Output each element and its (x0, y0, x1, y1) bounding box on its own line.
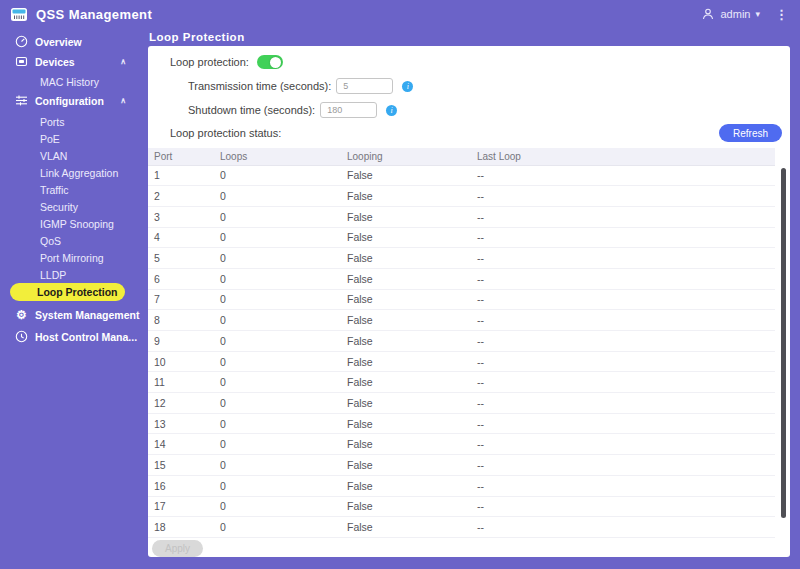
cell-looping: False (341, 186, 471, 207)
table-header-row: Port Loops Looping Last Loop (148, 148, 775, 165)
sidebar-item-qos[interactable]: QoS (0, 232, 148, 249)
cell-port: 2 (148, 186, 214, 207)
sidebar-item-ports[interactable]: Ports (0, 113, 148, 130)
app-logo-icon (10, 7, 28, 22)
shutdown-time-label: Shutdown time (seconds): (188, 104, 315, 116)
cell-looping: False (341, 165, 471, 186)
cell-port: 13 (148, 413, 214, 434)
cell-loops: 0 (214, 372, 341, 393)
transmission-time-input[interactable] (336, 78, 393, 94)
status-row: Loop protection status: Refresh (170, 124, 782, 142)
table-row: 11 0 False -- (148, 372, 775, 393)
cell-last-loop: -- (471, 496, 775, 517)
more-menu-icon[interactable]: ⋮ (775, 7, 788, 22)
cell-port: 9 (148, 331, 214, 352)
loop-protection-toggle-row: Loop protection: (170, 54, 790, 70)
cell-looping: False (341, 475, 471, 496)
table-row: 8 0 False -- (148, 310, 775, 331)
cell-looping: False (341, 351, 471, 372)
sidebar-item-poe[interactable]: PoE (0, 130, 148, 147)
table-row: 4 0 False -- (148, 227, 775, 248)
cell-looping: False (341, 248, 471, 269)
table-row: 15 0 False -- (148, 455, 775, 476)
apply-button[interactable]: Apply (152, 540, 203, 557)
cell-looping: False (341, 434, 471, 455)
brand: QSS Management (10, 7, 152, 22)
cell-looping: False (341, 206, 471, 227)
cell-loops: 0 (214, 475, 341, 496)
chevron-up-icon[interactable]: ∧ (120, 57, 126, 66)
main-content: Loop Protection Loop protection: Transmi… (148, 28, 800, 569)
cell-port: 7 (148, 289, 214, 310)
table-scrollbar-thumb[interactable] (781, 168, 786, 518)
cell-looping: False (341, 413, 471, 434)
cell-port: 3 (148, 206, 214, 227)
sidebar-item-devices[interactable]: Devices ∧ (0, 52, 148, 71)
sidebar-item-vlan[interactable]: VLAN (0, 147, 148, 164)
table-row: 9 0 False -- (148, 331, 775, 352)
sidebar: Overview Devices ∧ MAC History (0, 28, 148, 569)
user-icon (702, 8, 714, 20)
info-icon[interactable]: i (386, 105, 397, 116)
sidebar-item-link-aggregation[interactable]: Link Aggregation (0, 164, 148, 181)
status-label: Loop protection status: (170, 127, 281, 139)
cell-port: 15 (148, 455, 214, 476)
cell-last-loop: -- (471, 227, 775, 248)
cell-last-loop: -- (471, 289, 775, 310)
cell-loops: 0 (214, 351, 341, 372)
column-header-port: Port (148, 148, 214, 165)
table-row: 7 0 False -- (148, 289, 775, 310)
sidebar-item-label: Ports (40, 116, 65, 128)
cell-loops: 0 (214, 268, 341, 289)
sidebar-item-mac-history[interactable]: MAC History (0, 73, 148, 90)
info-icon[interactable]: i (402, 81, 413, 92)
sliders-icon (15, 94, 28, 107)
cell-loops: 0 (214, 331, 341, 352)
gear-icon: ⚙ (15, 308, 28, 321)
cell-loops: 0 (214, 413, 341, 434)
chevron-up-icon[interactable]: ∧ (120, 96, 126, 105)
user-name[interactable]: admin (721, 8, 751, 20)
sidebar-item-traffic[interactable]: Traffic (0, 181, 148, 198)
loop-status-table: Port Loops Looping Last Loop 1 0 False -… (148, 148, 775, 538)
sidebar-item-igmp-snooping[interactable]: IGMP Snooping (0, 215, 148, 232)
sidebar-item-overview[interactable]: Overview (0, 32, 148, 51)
sidebar-item-security[interactable]: Security (0, 198, 148, 215)
cell-last-loop: -- (471, 268, 775, 289)
sidebar-item-label: Devices (35, 56, 75, 68)
table-row: 10 0 False -- (148, 351, 775, 372)
page-title: Loop Protection (148, 28, 800, 46)
user-menu-caret-icon[interactable]: ▾ (755, 9, 760, 19)
cell-last-loop: -- (471, 351, 775, 372)
cell-last-loop: -- (471, 206, 775, 227)
cell-last-loop: -- (471, 372, 775, 393)
cell-looping: False (341, 268, 471, 289)
cell-loops: 0 (214, 455, 341, 476)
cell-last-loop: -- (471, 165, 775, 186)
loop-protection-label: Loop protection: (170, 56, 249, 68)
sidebar-item-label: Overview (35, 36, 82, 48)
sidebar-item-port-mirroring[interactable]: Port Mirroring (0, 249, 148, 266)
cell-port: 17 (148, 496, 214, 517)
refresh-button[interactable]: Refresh (719, 124, 782, 142)
cell-looping: False (341, 331, 471, 352)
cell-port: 6 (148, 268, 214, 289)
cell-loops: 0 (214, 186, 341, 207)
sidebar-item-host-control[interactable]: Host Control Mana... (0, 327, 148, 346)
sidebar-item-label: PoE (40, 133, 60, 145)
shutdown-time-row: Shutdown time (seconds): i (188, 101, 790, 119)
sidebar-item-lldp[interactable]: LLDP (0, 266, 148, 283)
cell-last-loop: -- (471, 413, 775, 434)
cell-last-loop: -- (471, 393, 775, 414)
cell-loops: 0 (214, 206, 341, 227)
sidebar-item-loop-protection[interactable]: Loop Protection (10, 283, 125, 301)
cell-loops: 0 (214, 393, 341, 414)
loop-protection-toggle[interactable] (257, 55, 283, 69)
sidebar-item-configuration[interactable]: Configuration ∧ (0, 91, 148, 110)
cell-port: 5 (148, 248, 214, 269)
table-row: 13 0 False -- (148, 413, 775, 434)
sidebar-item-label: Port Mirroring (40, 252, 104, 264)
sidebar-item-system-management[interactable]: ⚙ System Management ∨ (0, 305, 148, 324)
cell-loops: 0 (214, 248, 341, 269)
shutdown-time-input[interactable] (320, 102, 377, 118)
